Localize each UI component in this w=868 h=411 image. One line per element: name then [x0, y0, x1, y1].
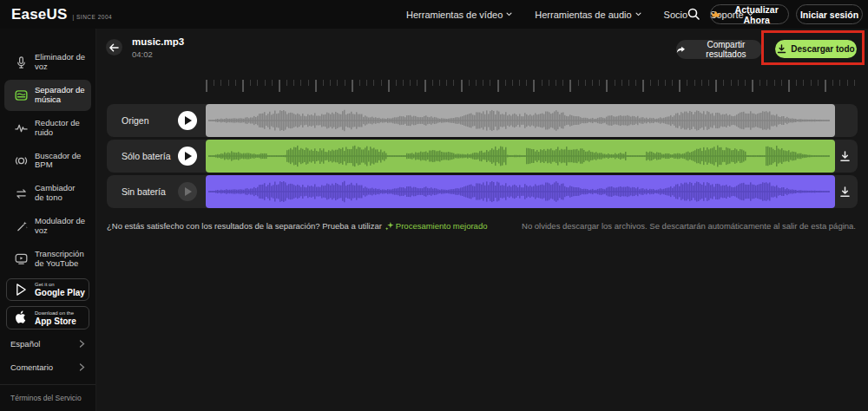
nav-item-partner[interactable]: Socio — [664, 10, 688, 20]
google-play-badge[interactable]: Get it on Google Play — [6, 278, 89, 302]
ruler-tick — [642, 80, 644, 92]
ruler-tick — [650, 80, 651, 86]
sidebar-item-5[interactable]: Modulador de voz — [4, 211, 91, 242]
track-list: OrigenSólo bateríaSin batería — [107, 104, 858, 211]
sidebar-item-1[interactable]: Separador de música — [4, 80, 91, 111]
ruler-tick — [708, 80, 709, 86]
ruler-tick — [279, 80, 280, 92]
ruler-tick — [300, 80, 301, 86]
ruler-tick — [687, 80, 687, 86]
enhanced-processing-link[interactable]: Procesamiento mejorado — [385, 221, 488, 231]
timeline-ruler[interactable] — [206, 80, 855, 93]
ruler-tick — [497, 80, 499, 92]
ruler-tick — [694, 80, 695, 86]
ruler-tick — [242, 80, 244, 92]
microphone-icon — [15, 55, 28, 68]
sidebar-item-2[interactable]: Reductor de ruido — [4, 113, 91, 144]
ruler-tick — [519, 80, 520, 86]
terms-of-service-link[interactable]: Términos del Servicio — [0, 385, 95, 411]
ruler-tick — [562, 80, 563, 86]
ruler-tick — [621, 80, 622, 86]
track-download-button[interactable] — [835, 181, 854, 202]
ruler-tick — [432, 80, 433, 86]
easeus-logo[interactable]: EaseUS | SINCE 2004 — [11, 6, 112, 23]
logo-text: EaseUS — [11, 6, 68, 23]
ruler-tick — [490, 80, 490, 86]
back-button[interactable] — [106, 39, 122, 55]
ruler-tick — [723, 80, 724, 86]
language-selector[interactable]: Español — [0, 332, 95, 356]
track-download-button[interactable] — [835, 146, 854, 166]
ruler-tick — [781, 80, 782, 86]
ruler-tick — [854, 80, 855, 86]
ruler-tick — [228, 80, 229, 86]
download-all-button[interactable]: Descargar todo — [775, 40, 857, 58]
track-label: Sin batería — [122, 186, 166, 197]
feedback-link[interactable]: Comentario — [0, 356, 95, 379]
waveform[interactable] — [206, 104, 835, 137]
login-button[interactable]: Iniciar sesión — [796, 4, 863, 24]
ruler-tick — [599, 80, 600, 86]
sidebar-items: Eliminador de vozSeparador de músicaRedu… — [0, 46, 95, 276]
ruler-tick — [337, 80, 338, 86]
ruler-tick — [235, 80, 236, 86]
upgrade-now-button[interactable]: Actualizar Ahora — [710, 4, 789, 24]
ruler-tick — [403, 80, 404, 86]
sidebar-item-label: Transcripción de YouTube — [35, 250, 86, 269]
play-icon — [185, 116, 192, 125]
play-button[interactable] — [178, 182, 197, 201]
track-label: Origen — [122, 115, 149, 126]
crown-icon — [711, 10, 720, 19]
track-row-0: Origen — [107, 104, 858, 137]
ruler-tick — [615, 80, 615, 86]
nav-item-audio-tools[interactable]: Herramientas de audio — [535, 10, 641, 20]
ruler-tick — [847, 80, 848, 86]
sidebar-item-3[interactable]: Buscador de BPM — [4, 146, 91, 177]
sidebar-item-6[interactable]: Transcripción de YouTube — [4, 244, 91, 275]
ruler-tick — [818, 80, 819, 86]
ruler-tick — [461, 80, 463, 92]
sidebar-item-label: Reductor de ruido — [35, 119, 86, 138]
ruler-tick — [359, 80, 360, 86]
ruler-tick — [635, 80, 636, 86]
sidebar-item-4[interactable]: Cambiador de tono — [4, 178, 91, 209]
search-icon[interactable] — [687, 7, 700, 21]
sidebar-item-label: Modulador de voz — [35, 217, 86, 236]
download-icon — [839, 151, 851, 162]
waveform[interactable] — [206, 140, 835, 173]
sidebar-item-0[interactable]: Eliminador de voz — [4, 47, 91, 78]
ruler-tick — [752, 80, 753, 92]
file-duration: 04:02 — [132, 49, 153, 59]
ruler-tick — [715, 80, 717, 92]
app-store-badge[interactable]: Download on the App Store — [6, 306, 89, 329]
ruler-tick — [549, 80, 549, 86]
ruler-tick — [220, 80, 221, 86]
play-button[interactable] — [178, 111, 197, 130]
ruler-tick — [381, 80, 382, 86]
ruler-tick — [265, 80, 266, 86]
ruler-tick — [366, 80, 367, 86]
ruler-tick — [803, 80, 804, 86]
share-results-button[interactable]: Compartir resultados — [676, 40, 762, 59]
ruler-tick — [446, 80, 447, 86]
ruler-tick — [453, 80, 454, 86]
share-icon — [676, 45, 686, 55]
play-button[interactable] — [178, 147, 197, 166]
ruler-tick — [469, 80, 470, 86]
ruler-tick — [396, 80, 397, 86]
ruler-tick — [811, 80, 812, 86]
track-row-1: Sólo batería — [107, 140, 858, 173]
nav-item-video-tools[interactable]: Herramientas de vídeo — [406, 10, 512, 20]
waveform[interactable] — [206, 175, 835, 208]
ruler-tick — [257, 80, 258, 86]
magic-wand-icon — [15, 220, 28, 233]
youtube-screen-icon — [15, 252, 28, 265]
badge-bottom-text: App Store — [35, 316, 76, 326]
ruler-tick — [672, 80, 673, 86]
ruler-tick — [286, 80, 287, 86]
ruler-tick — [373, 80, 374, 86]
ruler-tick — [308, 80, 309, 86]
ruler-tick — [585, 80, 586, 86]
footer-notes: ¿No estás satisfecho con los resultados … — [107, 221, 856, 231]
ruler-tick — [839, 80, 840, 86]
